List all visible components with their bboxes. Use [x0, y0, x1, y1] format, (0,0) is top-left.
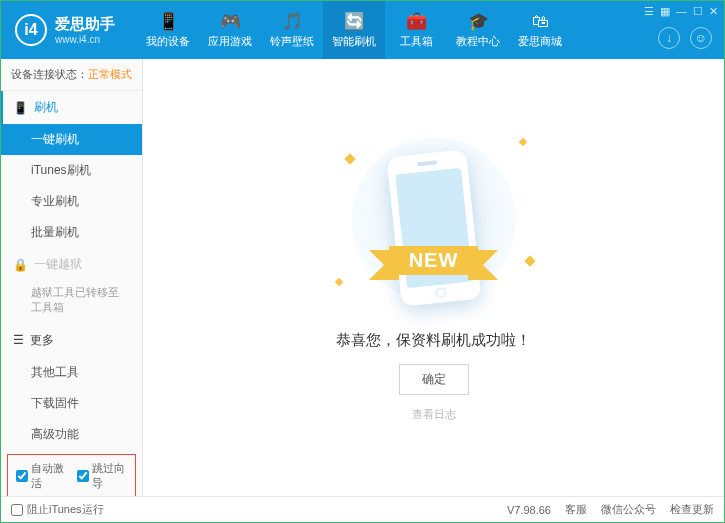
sidebar-item-flash-0[interactable]: 一键刷机 [1, 124, 142, 155]
success-illustration: NEW [334, 133, 534, 313]
nav-item-5[interactable]: 🎓教程中心 [447, 1, 509, 59]
sidebar: 设备连接状态：正常模式 📱 刷机 一键刷机iTunes刷机专业刷机批量刷机 🔒 … [1, 59, 143, 496]
nav-item-0[interactable]: 📱我的设备 [137, 1, 199, 59]
menu-icon[interactable]: ☰ [644, 5, 654, 18]
nav-item-6[interactable]: 🛍爱思商城 [509, 1, 571, 59]
sidebar-head-more[interactable]: ☰ 更多 [1, 324, 142, 357]
nav-item-1[interactable]: 🎮应用游戏 [199, 1, 261, 59]
wechat-link[interactable]: 微信公众号 [601, 502, 656, 517]
nav-label: 铃声壁纸 [270, 34, 314, 49]
lock-icon: 🔒 [13, 258, 28, 272]
user-icon[interactable]: ☺ [690, 27, 712, 49]
header: ☰ ▦ — ☐ ✕ i4 爱思助手 www.i4.cn 📱我的设备🎮应用游戏🎵铃… [1, 1, 724, 59]
body: 设备连接状态：正常模式 📱 刷机 一键刷机iTunes刷机专业刷机批量刷机 🔒 … [1, 59, 724, 496]
nav-icon: 🔄 [344, 11, 365, 32]
sidebar-item-flash-3[interactable]: 批量刷机 [1, 217, 142, 248]
nav-item-3[interactable]: 🔄智能刷机 [323, 1, 385, 59]
sidebar-head-flash[interactable]: 📱 刷机 [1, 91, 142, 124]
sidebar-item-more-1[interactable]: 下载固件 [1, 388, 142, 419]
success-message: 恭喜您，保资料刷机成功啦！ [336, 331, 531, 350]
customer-service-link[interactable]: 客服 [565, 502, 587, 517]
nav-label: 教程中心 [456, 34, 500, 49]
ok-button[interactable]: 确定 [399, 364, 469, 395]
logo: i4 爱思助手 www.i4.cn [1, 14, 129, 46]
check-update-link[interactable]: 检查更新 [670, 502, 714, 517]
checkbox-block-itunes[interactable]: 阻止iTunes运行 [11, 502, 104, 517]
nav-icon: 🧰 [406, 11, 427, 32]
titlebar-controls: ☰ ▦ — ☐ ✕ [644, 5, 718, 18]
main-nav: 📱我的设备🎮应用游戏🎵铃声壁纸🔄智能刷机🧰工具箱🎓教程中心🛍爱思商城 [137, 1, 571, 59]
nav-label: 智能刷机 [332, 34, 376, 49]
skin-icon[interactable]: ▦ [660, 5, 670, 18]
sidebar-item-flash-1[interactable]: iTunes刷机 [1, 155, 142, 186]
nav-label: 我的设备 [146, 34, 190, 49]
maximize-icon[interactable]: ☐ [693, 5, 703, 18]
download-icon[interactable]: ↓ [658, 27, 680, 49]
sidebar-item-more-0[interactable]: 其他工具 [1, 357, 142, 388]
nav-icon: 🛍 [532, 12, 549, 32]
sidebar-item-flash-2[interactable]: 专业刷机 [1, 186, 142, 217]
main-content: NEW 恭喜您，保资料刷机成功啦！ 确定 查看日志 [143, 59, 724, 496]
checkbox-skip-guide[interactable]: 跳过向导 [77, 461, 128, 491]
checkbox-auto-activate[interactable]: 自动激活 [16, 461, 67, 491]
list-icon: ☰ [13, 333, 24, 347]
nav-label: 工具箱 [400, 34, 433, 49]
phone-illustration [386, 149, 481, 307]
option-checkboxes: 自动激活 跳过向导 [7, 454, 136, 496]
nav-label: 应用游戏 [208, 34, 252, 49]
nav-item-4[interactable]: 🧰工具箱 [385, 1, 447, 59]
nav-label: 爱思商城 [518, 34, 562, 49]
app-url: www.i4.cn [55, 34, 115, 45]
nav-icon: 🎓 [468, 11, 489, 32]
logo-icon: i4 [15, 14, 47, 46]
close-icon[interactable]: ✕ [709, 5, 718, 18]
nav-icon: 🎮 [220, 11, 241, 32]
phone-icon: 📱 [13, 101, 28, 115]
sidebar-item-more-2[interactable]: 高级功能 [1, 419, 142, 450]
version-label: V7.98.66 [507, 504, 551, 516]
connection-mode: 正常模式 [88, 68, 132, 80]
app-window: ☰ ▦ — ☐ ✕ i4 爱思助手 www.i4.cn 📱我的设备🎮应用游戏🎵铃… [0, 0, 725, 523]
connection-status: 设备连接状态：正常模式 [1, 59, 142, 91]
view-log-link[interactable]: 查看日志 [412, 407, 456, 422]
jailbreak-note: 越狱工具已转移至 工具箱 [1, 281, 142, 324]
nav-icon: 🎵 [282, 11, 303, 32]
nav-icon: 📱 [158, 11, 179, 32]
app-name: 爱思助手 [55, 15, 115, 34]
new-ribbon: NEW [389, 246, 479, 275]
sidebar-head-jailbreak: 🔒 一键越狱 [1, 248, 142, 281]
minimize-icon[interactable]: — [676, 5, 687, 18]
footer: 阻止iTunes运行 V7.98.66 客服 微信公众号 检查更新 [1, 496, 724, 522]
nav-item-2[interactable]: 🎵铃声壁纸 [261, 1, 323, 59]
